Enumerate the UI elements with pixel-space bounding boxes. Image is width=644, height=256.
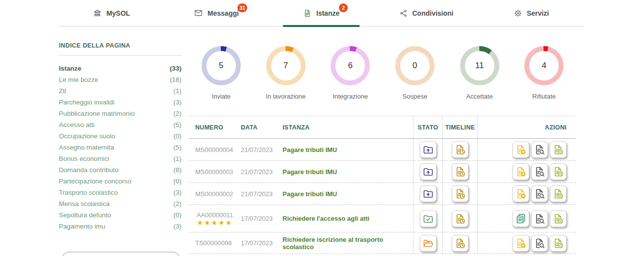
action-view-button[interactable] <box>531 210 548 227</box>
istanza-link[interactable]: Pagare tributi IMU <box>283 146 337 154</box>
folder-open-icon <box>422 237 434 249</box>
sidebar-item-assegno-maternita[interactable]: Assegno maternita(5) <box>59 142 181 153</box>
header-numero: NUMERO <box>189 116 234 138</box>
folder-upload-icon <box>422 144 434 155</box>
action-view-button[interactable] <box>531 163 548 180</box>
action-share-button[interactable] <box>550 210 567 227</box>
action-view-button[interactable] <box>531 185 548 202</box>
item-count: (0) <box>174 211 182 219</box>
item-count: (18) <box>170 76 181 83</box>
nav-item-istanze[interactable]: Istanze 2 <box>269 0 374 26</box>
item-count: (3) <box>174 223 182 230</box>
document-clock-icon <box>454 166 466 178</box>
header-azioni: AZIONI <box>477 116 576 138</box>
sidebar-item-pagamento-imu[interactable]: Pagamento imu(3) <box>59 221 181 232</box>
sidebar-title: INDICE DELLA PAGINA <box>59 42 181 49</box>
donut-label: Inviate <box>212 93 231 100</box>
action-view-button[interactable] <box>531 141 548 158</box>
document-search-icon <box>534 213 545 225</box>
timeline-button[interactable] <box>452 141 468 158</box>
action-copy-button[interactable] <box>513 210 529 227</box>
table-row: MS00000002 21/07/2023 Pagare tributi IMU <box>189 183 576 205</box>
donut-value: 0 <box>394 45 436 86</box>
action-share-button[interactable] <box>550 163 567 180</box>
header-timeline: TIMELINE <box>442 116 477 138</box>
sidebar-item-mensa-scolastica[interactable]: Mensa scolastica(2) <box>59 198 181 209</box>
action-favorite-button[interactable] <box>513 185 529 202</box>
stato-folder-upload-button[interactable] <box>420 185 437 202</box>
document-share-icon <box>552 166 564 178</box>
sidebar-item-le-mie-bozze[interactable]: Le mie bozze(18) <box>59 74 181 85</box>
table-row: MS00000004 21/07/2023 Pagare tributi IMU <box>189 139 576 161</box>
item-count: (2) <box>174 110 182 117</box>
nav-label: Messaggi <box>207 9 239 17</box>
item-count: (0) <box>174 178 182 185</box>
timeline-button[interactable] <box>452 210 468 227</box>
sidebar-item-trasporto-scolastico[interactable]: Trasporto scolastico(3) <box>59 187 181 198</box>
envelope-icon <box>194 8 203 18</box>
row-numero: TS00000008 <box>189 232 234 254</box>
document-share-icon <box>552 188 564 200</box>
sidebar-item-istanze[interactable]: Istanze(33) <box>59 63 181 74</box>
sidebar-item-accesso-atti[interactable]: Accesso atti(5) <box>59 119 181 130</box>
stato-folder-open-button[interactable] <box>420 235 437 252</box>
main-content: 5 Inviate 7 In lavorazione 6 Integrazion… <box>189 39 576 254</box>
row-data: 21/07/2023 <box>234 139 276 160</box>
action-share-button[interactable] <box>550 235 567 252</box>
document-copy-icon <box>515 213 527 225</box>
sidebar-item-sepoltura-defunto[interactable]: Sepoltura defunto(0) <box>59 209 181 221</box>
nav-item-mysol[interactable]: MySOL <box>59 0 164 26</box>
row-numero: MS00000004 <box>189 139 234 160</box>
istanza-link[interactable]: Pagare tributi IMU <box>283 190 337 198</box>
item-count: (0) <box>174 132 182 140</box>
stato-folder-check-button[interactable] <box>420 210 437 227</box>
sidebar-item-parcheggio-invalidi[interactable]: Parcheggio invalidi(3) <box>59 97 181 108</box>
stato-folder-upload-button[interactable] <box>420 141 437 158</box>
timeline-button[interactable] <box>452 185 468 202</box>
action-favorite-button[interactable] <box>513 163 529 180</box>
istanza-link[interactable]: Richiedere l'accesso agli atti <box>283 215 369 222</box>
folder-upload-icon <box>422 188 434 200</box>
sidebar-item-ztl[interactable]: Ztl(1) <box>59 85 181 97</box>
timeline-button[interactable] <box>452 163 468 180</box>
document-clock-icon <box>454 188 466 200</box>
action-favorite-button[interactable] <box>513 141 529 158</box>
row-data: 17/07/2023 <box>234 205 276 232</box>
document-search-icon <box>534 188 545 200</box>
sidebar-item-domanda-contributo[interactable]: Domanda contributo(8) <box>59 164 181 176</box>
sidebar-item-bonus-economici[interactable]: Bonus economici(1) <box>59 153 181 164</box>
item-count: (5) <box>174 121 182 128</box>
donut-value: 5 <box>201 45 242 86</box>
sidebar-item-pubblicazione-matrimonio[interactable]: Pubblicazione matrimonio(2) <box>59 108 181 119</box>
sidebar-item-partecipazione-concorso[interactable]: Partecipazione concorso(0) <box>59 176 181 187</box>
header-data: DATA <box>234 116 276 138</box>
header-istanza: ISTANZA <box>276 116 413 138</box>
stato-folder-upload-button[interactable] <box>420 163 437 180</box>
page-index-sidebar: INDICE DELLA PAGINA Istanze(33) Le mie b… <box>59 42 181 232</box>
donut-label: Sospese <box>403 93 428 100</box>
sidebar-search-box[interactable] <box>61 252 180 256</box>
nav-label: MySOL <box>106 9 130 17</box>
istanza-link[interactable]: Richiedere iscrizione al trasporto scola… <box>283 236 413 251</box>
action-share-button[interactable] <box>550 185 567 202</box>
folder-upload-icon <box>422 166 434 178</box>
timeline-button[interactable] <box>452 235 468 252</box>
row-numero: MS00000003 <box>189 161 234 182</box>
table-header: NUMERO DATA ISTANZA STATO TIMELINE AZION… <box>189 116 576 139</box>
nav-item-condivisioni[interactable]: Condivisioni <box>374 0 479 26</box>
document-icon <box>303 9 312 18</box>
nav-item-messaggi[interactable]: Messaggi 31 <box>164 0 269 26</box>
action-favorite-button[interactable] <box>513 235 529 252</box>
item-count: (1) <box>174 87 182 95</box>
document-clock-icon <box>454 213 466 225</box>
action-share-button[interactable] <box>550 141 567 158</box>
istanza-link[interactable]: Pagare tributi IMU <box>283 168 337 176</box>
top-navigation: MySOL Messaggi 31 Istanze 2 Condivisioni… <box>59 0 584 26</box>
nav-item-servizi[interactable]: Servizi <box>479 0 584 26</box>
item-count: (3) <box>174 189 182 196</box>
document-share-icon <box>552 237 564 249</box>
item-count: (33) <box>170 65 181 72</box>
row-data: 21/07/2023 <box>234 183 276 205</box>
sidebar-item-occupazione-suolo[interactable]: Occupazione suolo(0) <box>59 130 181 142</box>
action-view-button[interactable] <box>531 235 548 252</box>
